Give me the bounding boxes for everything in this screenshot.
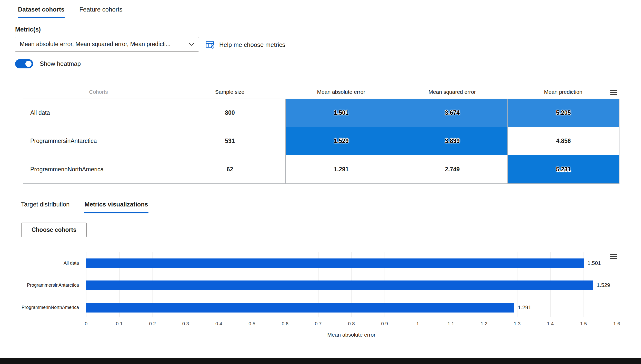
chart-category-labels: All dataProgrammersinAntarcticaProgramme…	[0, 252, 83, 317]
category-label: ProgrammersinAntarctica	[27, 283, 79, 288]
cohort-name-cell: All data	[23, 99, 174, 127]
column-header: Mean absolute error	[285, 89, 397, 95]
tab-dataset-cohorts-label: Dataset cohorts	[18, 6, 64, 13]
x-tick-label: 0.2	[149, 321, 156, 327]
tab-metrics-visualizations[interactable]: Metrics visualizations	[84, 201, 148, 213]
metric-value-cell: 5.231	[508, 155, 619, 183]
tab-target-distribution[interactable]: Target distribution	[21, 201, 70, 213]
sample-size-cell: 800	[174, 99, 286, 127]
metric-value-cell: 4.856	[508, 127, 619, 155]
sample-size-cell: 62	[174, 155, 286, 183]
metric-value-cell: 1.529	[286, 127, 397, 155]
x-tick-label: 0	[85, 321, 88, 327]
category-label: All data	[64, 261, 79, 266]
x-tick-label: 1.4	[547, 321, 554, 327]
x-tick-label: 0.1	[116, 321, 123, 327]
cohort-table: All data8001.5013.6745.205ProgrammersinA…	[23, 99, 619, 184]
table-menu-icon[interactable]	[610, 90, 617, 96]
x-tick-label: 0.4	[215, 321, 222, 327]
choose-cohorts-button[interactable]: Choose cohorts	[21, 223, 87, 237]
metric-value-cell: 3.674	[397, 99, 508, 127]
metrics-dropdown[interactable]: Mean absolute error, Mean squared error,…	[15, 37, 199, 51]
visualization-tabs: Target distribution Metrics visualizatio…	[21, 201, 148, 213]
chevron-down-icon	[188, 43, 195, 46]
sample-size-cell: 531	[174, 127, 286, 155]
column-header: Mean prediction	[507, 89, 619, 95]
chart-menu-icon[interactable]	[610, 254, 617, 260]
show-heatmap-label: Show heatmap	[40, 60, 81, 67]
tab-feature-cohorts[interactable]: Feature cohorts	[79, 4, 123, 18]
tab-metrics-visualizations-label: Metrics visualizations	[84, 201, 148, 208]
help-me-choose-metrics-label: Help me choose metrics	[219, 41, 285, 48]
cohort-table-header: CohortsSample sizeMean absolute errorMea…	[23, 89, 619, 95]
show-heatmap-toggle[interactable]	[15, 59, 33, 68]
x-tick-label: 1	[416, 321, 419, 327]
x-tick-label: 1.6	[613, 321, 620, 327]
tab-feature-cohorts-label: Feature cohorts	[79, 6, 122, 13]
metric-value-cell: 5.205	[508, 99, 619, 127]
x-tick-label: 1.3	[514, 321, 520, 327]
model-overview-page: Dataset cohorts Feature cohorts Metric(s…	[0, 0, 641, 364]
x-tick-label: 0.6	[282, 321, 288, 327]
x-tick-label: 0.3	[182, 321, 189, 327]
cohort-name-cell: ProgrammerinNorthAmerica	[23, 155, 174, 183]
tab-target-distribution-label: Target distribution	[21, 201, 69, 208]
chart-bars: 1.5011.5291.291	[86, 252, 617, 317]
chart-x-tick-labels: 00.10.20.30.40.50.60.70.80.911.11.21.31.…	[86, 321, 617, 328]
metrics-label: Metric(s)	[15, 26, 41, 33]
metric-value-cell: 1.501	[286, 99, 397, 127]
toggle-knob	[25, 61, 32, 67]
cohort-type-tabs: Dataset cohorts Feature cohorts	[18, 4, 123, 18]
footer-bar	[0, 358, 641, 364]
category-label: ProgrammerinNorthAmerica	[22, 305, 79, 310]
x-tick-label: 0.7	[315, 321, 322, 327]
tab-dataset-cohorts[interactable]: Dataset cohorts	[18, 4, 65, 18]
bar-value-label: 1.501	[587, 260, 601, 266]
bar[interactable]	[86, 303, 514, 313]
column-header: Mean squared error	[397, 89, 507, 95]
bar-value-label: 1.291	[518, 304, 531, 310]
x-tick-label: 0.8	[348, 321, 355, 327]
column-header: Sample size	[174, 89, 285, 95]
metrics-dropdown-value: Mean absolute error, Mean squared error,…	[20, 41, 171, 48]
x-tick-label: 1.2	[481, 321, 487, 327]
table-settings-icon	[205, 40, 215, 49]
x-tick-label: 0.5	[248, 321, 255, 327]
gridline	[617, 252, 617, 317]
cohort-name-cell: ProgrammersinAntarctica	[23, 127, 174, 155]
show-heatmap-row: Show heatmap	[15, 59, 81, 68]
x-tick-label: 1.1	[447, 321, 454, 327]
bar-value-label: 1.529	[597, 282, 610, 288]
x-tick-label: 1.5	[580, 321, 587, 327]
bar[interactable]	[86, 258, 584, 268]
metric-value-cell: 1.291	[286, 155, 397, 183]
x-tick-label: 0.9	[381, 321, 388, 327]
x-axis-title: Mean absolute error	[86, 332, 617, 338]
bar[interactable]	[86, 280, 593, 290]
metric-value-cell: 2.749	[397, 155, 508, 183]
metric-value-cell: 3.839	[397, 127, 508, 155]
help-me-choose-metrics-button[interactable]: Help me choose metrics	[205, 38, 285, 51]
column-header: Cohorts	[23, 89, 174, 95]
